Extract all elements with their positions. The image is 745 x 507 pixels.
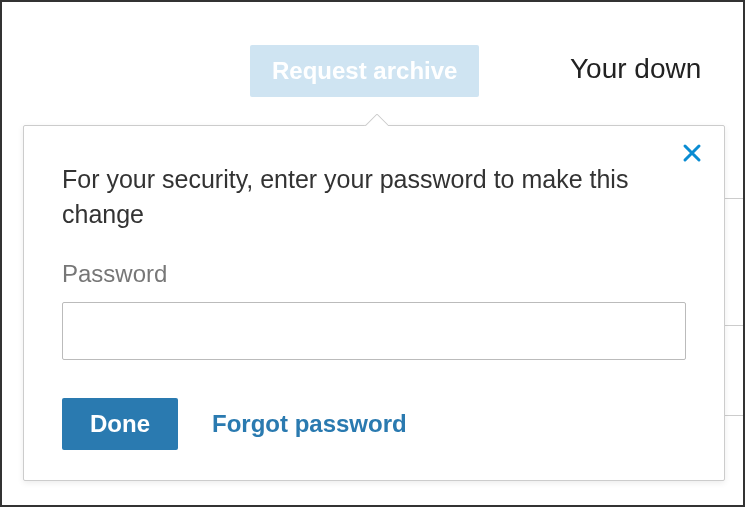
close-icon [682,143,702,166]
security-message: For your security, enter your password t… [62,162,632,232]
your-download-text: Your down [570,53,701,85]
password-popover: For your security, enter your password t… [23,125,725,481]
done-button[interactable]: Done [62,398,178,450]
password-input[interactable] [62,302,686,360]
forgot-password-link[interactable]: Forgot password [212,410,407,438]
password-label: Password [62,260,686,288]
popover-arrow [364,114,388,126]
button-row: Done Forgot password [62,398,686,450]
request-archive-button[interactable]: Request archive [250,45,479,97]
close-button[interactable] [678,140,706,168]
background-layer: Request archive Your down [0,0,745,45]
